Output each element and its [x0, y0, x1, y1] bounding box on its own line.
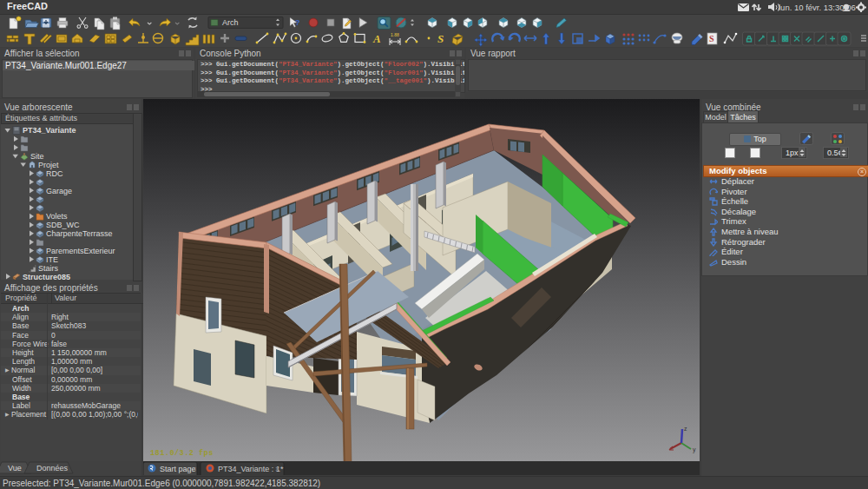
- svg-text:Structure085: Structure085: [23, 273, 70, 281]
- svg-text:×: ×: [275, 465, 279, 473]
- svg-text:?: ?: [295, 18, 300, 27]
- svg-text:Données: Données: [36, 464, 69, 472]
- svg-text:CharpenteTerrasse: CharpenteTerrasse: [46, 229, 113, 238]
- svg-text:Vue: Vue: [8, 464, 22, 472]
- svg-text:PT34_Variante: PT34_Variante: [23, 126, 76, 135]
- svg-text:ParementsExterieur: ParementsExterieur: [46, 247, 115, 255]
- svg-text:Volets: Volets: [46, 212, 68, 221]
- svg-text:Site: Site: [30, 152, 44, 161]
- svg-text:×: ×: [192, 465, 196, 473]
- svg-text:Projet: Projet: [38, 161, 59, 169]
- svg-text:z: z: [684, 426, 687, 432]
- svg-text:PT34_Variante : 1*: PT34_Variante : 1*: [218, 465, 284, 473]
- svg-text:Arch: Arch: [222, 18, 239, 27]
- svg-text:Stairs: Stairs: [38, 264, 59, 273]
- svg-text:Start page: Start page: [160, 465, 196, 473]
- svg-text:SDB_WC: SDB_WC: [46, 221, 80, 229]
- svg-text:S: S: [437, 32, 444, 45]
- svg-text:181.0/3.2 fps: 181.0/3.2 fps: [150, 449, 214, 458]
- svg-text:Garage: Garage: [46, 187, 72, 195]
- svg-text:y: y: [693, 446, 696, 453]
- svg-text:A: A: [372, 32, 381, 45]
- svg-text:S: S: [709, 34, 714, 43]
- svg-text:1.88: 1.88: [391, 32, 399, 37]
- svg-text:ITE: ITE: [46, 255, 58, 264]
- svg-text:RDC: RDC: [46, 169, 63, 178]
